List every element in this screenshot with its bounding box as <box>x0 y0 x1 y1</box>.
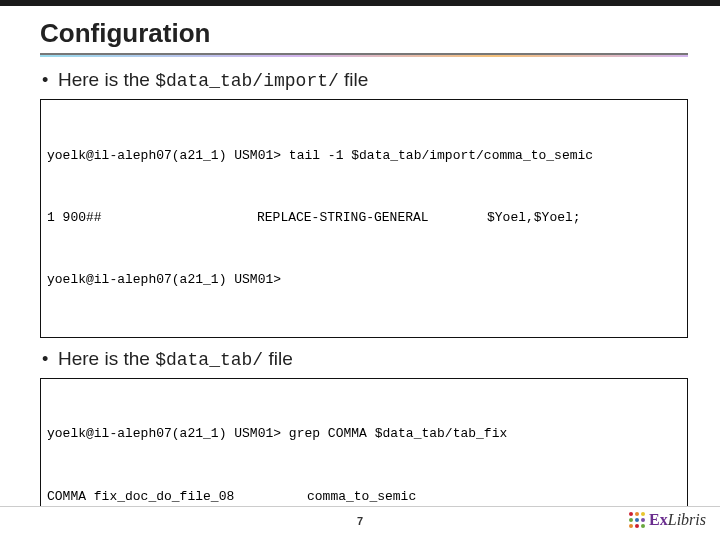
code-col: comma_to_semic <box>307 487 416 508</box>
bullet-2: • Here is the $data_tab/ file <box>42 348 688 370</box>
bullet-1-text: Here is the $data_tab/import/ file <box>58 69 368 91</box>
code-line: COMMA fix_doc_do_file_08 comma_to_semic <box>47 487 681 508</box>
bullet-1: • Here is the $data_tab/import/ file <box>42 69 688 91</box>
code-block-1: yoelk@il-aleph07(a21_1) USM01> tail -1 $… <box>40 99 688 338</box>
page-title: Configuration <box>40 18 688 49</box>
bullet-2-pre: Here is the <box>58 348 155 369</box>
brand-logo: ExLibris <box>629 511 706 529</box>
bullet-1-pre: Here is the <box>58 69 155 90</box>
code-line: yoelk@il-aleph07(a21_1) USM01> grep COMM… <box>47 424 681 445</box>
bullet-2-code: $data_tab/ <box>155 350 263 370</box>
bullet-dot-icon: • <box>42 350 58 368</box>
page-number: 7 <box>357 515 363 527</box>
code-col: REPLACE-STRING-GENERAL <box>257 208 487 229</box>
bullet-1-post: file <box>339 69 369 90</box>
code-line: 1 900## REPLACE-STRING-GENERAL $Yoel,$Yo… <box>47 208 681 229</box>
code-line: yoelk@il-aleph07(a21_1) USM01> tail -1 $… <box>47 146 681 167</box>
slide-footer: 7 ExLibris <box>0 506 720 540</box>
code-line: yoelk@il-aleph07(a21_1) USM01> <box>47 270 681 291</box>
bullet-2-text: Here is the $data_tab/ file <box>58 348 293 370</box>
brand-text: ExLibris <box>649 511 706 529</box>
bullet-2-post: file <box>263 348 293 369</box>
code-col: $Yoel,$Yoel; <box>487 208 681 229</box>
logo-dots-icon <box>629 512 645 528</box>
code-col: 1 900## <box>47 208 257 229</box>
brand-suffix: Libris <box>668 511 706 528</box>
title-rule <box>40 53 688 59</box>
code-col: COMMA fix_doc_do_file_08 <box>47 487 307 508</box>
bullet-1-code: $data_tab/import/ <box>155 71 339 91</box>
bullet-dot-icon: • <box>42 71 58 89</box>
slide-body: Configuration • Here is the $data_tab/im… <box>0 6 720 540</box>
